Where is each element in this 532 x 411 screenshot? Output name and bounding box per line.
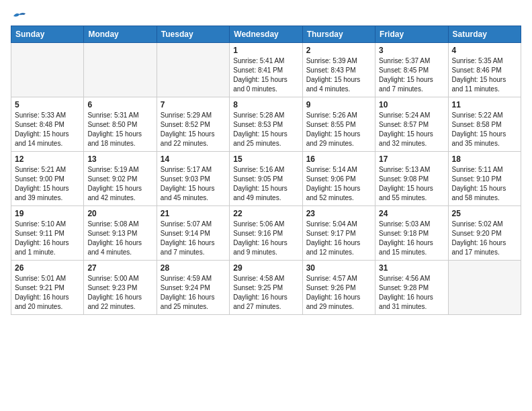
calendar-day: 31Sunrise: 4:56 AMSunset: 9:28 PMDayligh… — [375, 261, 448, 315]
weekday-header-wednesday: Wednesday — [230, 26, 302, 43]
calendar-day: 17Sunrise: 5:13 AMSunset: 9:08 PMDayligh… — [375, 152, 448, 206]
day-number: 16 — [306, 154, 371, 164]
day-info: Sunrise: 5:33 AMSunset: 8:48 PMDaylight:… — [15, 111, 80, 148]
day-number: 23 — [306, 209, 371, 218]
day-number: 29 — [233, 263, 298, 273]
day-number: 25 — [452, 209, 517, 218]
day-number: 17 — [379, 154, 444, 164]
day-number: 20 — [87, 209, 152, 218]
day-info: Sunrise: 5:22 AMSunset: 8:58 PMDaylight:… — [452, 111, 517, 148]
day-info: Sunrise: 5:19 AMSunset: 9:02 PMDaylight:… — [87, 165, 152, 203]
day-number: 30 — [306, 263, 371, 273]
calendar-day: 29Sunrise: 4:58 AMSunset: 9:25 PMDayligh… — [230, 261, 302, 315]
calendar-day: 2Sunrise: 5:39 AMSunset: 8:43 PMDaylight… — [302, 43, 375, 97]
day-number: 8 — [233, 100, 298, 109]
calendar-day: 18Sunrise: 5:11 AMSunset: 9:10 PMDayligh… — [448, 152, 521, 206]
day-number: 5 — [15, 100, 80, 109]
day-number: 15 — [233, 154, 298, 164]
day-info: Sunrise: 5:14 AMSunset: 9:06 PMDaylight:… — [306, 165, 371, 203]
day-number: 19 — [15, 209, 80, 218]
calendar-week-5: 26Sunrise: 5:01 AMSunset: 9:21 PMDayligh… — [11, 261, 521, 315]
calendar-day: 22Sunrise: 5:06 AMSunset: 9:16 PMDayligh… — [230, 206, 302, 261]
day-number: 10 — [379, 100, 444, 109]
day-info: Sunrise: 5:16 AMSunset: 9:05 PMDaylight:… — [233, 165, 298, 203]
day-number: 24 — [379, 209, 444, 218]
calendar-day: 24Sunrise: 5:03 AMSunset: 9:18 PMDayligh… — [375, 206, 448, 261]
day-info: Sunrise: 5:24 AMSunset: 8:57 PMDaylight:… — [379, 111, 444, 148]
weekday-header-saturday: Saturday — [448, 26, 521, 43]
calendar-day: 12Sunrise: 5:21 AMSunset: 9:00 PMDayligh… — [11, 152, 84, 206]
calendar-week-1: 1Sunrise: 5:41 AMSunset: 8:41 PMDaylight… — [11, 43, 521, 97]
day-number: 1 — [233, 46, 298, 55]
day-info: Sunrise: 5:21 AMSunset: 9:00 PMDaylight:… — [15, 165, 80, 203]
day-number: 3 — [379, 46, 444, 55]
day-info: Sunrise: 4:57 AMSunset: 9:26 PMDaylight:… — [306, 274, 371, 312]
day-info: Sunrise: 5:01 AMSunset: 9:21 PMDaylight:… — [15, 274, 80, 312]
calendar-day: 15Sunrise: 5:16 AMSunset: 9:05 PMDayligh… — [230, 152, 302, 206]
day-number: 9 — [306, 100, 371, 109]
day-info: Sunrise: 4:58 AMSunset: 9:25 PMDaylight:… — [233, 274, 298, 312]
calendar-day: 1Sunrise: 5:41 AMSunset: 8:41 PMDaylight… — [230, 43, 302, 97]
weekday-header-friday: Friday — [375, 26, 448, 43]
day-info: Sunrise: 5:02 AMSunset: 9:20 PMDaylight:… — [452, 220, 517, 257]
day-info: Sunrise: 5:13 AMSunset: 9:08 PMDaylight:… — [379, 165, 444, 203]
day-number: 28 — [161, 263, 226, 273]
calendar-day: 23Sunrise: 5:04 AMSunset: 9:17 PMDayligh… — [302, 206, 375, 261]
calendar-day: 7Sunrise: 5:29 AMSunset: 8:52 PMDaylight… — [157, 97, 229, 152]
calendar-table: SundayMondayTuesdayWednesdayThursdayFrid… — [11, 26, 521, 315]
calendar-day — [448, 261, 521, 315]
day-info: Sunrise: 5:10 AMSunset: 9:11 PMDaylight:… — [15, 220, 80, 257]
calendar-day — [11, 43, 84, 97]
day-info: Sunrise: 5:17 AMSunset: 9:03 PMDaylight:… — [161, 165, 226, 203]
day-number: 2 — [306, 46, 371, 55]
calendar-day: 8Sunrise: 5:28 AMSunset: 8:53 PMDaylight… — [230, 97, 302, 152]
calendar-day: 9Sunrise: 5:26 AMSunset: 8:55 PMDaylight… — [302, 97, 375, 152]
calendar-day: 14Sunrise: 5:17 AMSunset: 9:03 PMDayligh… — [157, 152, 229, 206]
calendar-day: 28Sunrise: 4:59 AMSunset: 9:24 PMDayligh… — [157, 261, 229, 315]
calendar-day: 10Sunrise: 5:24 AMSunset: 8:57 PMDayligh… — [375, 97, 448, 152]
day-info: Sunrise: 5:06 AMSunset: 9:16 PMDaylight:… — [233, 220, 298, 257]
day-info: Sunrise: 5:11 AMSunset: 9:10 PMDaylight:… — [452, 165, 517, 203]
calendar-day: 13Sunrise: 5:19 AMSunset: 9:02 PMDayligh… — [84, 152, 157, 206]
day-number: 21 — [161, 209, 226, 218]
calendar-day: 19Sunrise: 5:10 AMSunset: 9:11 PMDayligh… — [11, 206, 84, 261]
calendar-day: 11Sunrise: 5:22 AMSunset: 8:58 PMDayligh… — [448, 97, 521, 152]
day-info: Sunrise: 5:41 AMSunset: 8:41 PMDaylight:… — [233, 56, 298, 94]
day-info: Sunrise: 5:31 AMSunset: 8:50 PMDaylight:… — [87, 111, 152, 148]
calendar-day: 25Sunrise: 5:02 AMSunset: 9:20 PMDayligh… — [448, 206, 521, 261]
day-number: 7 — [161, 100, 226, 109]
calendar-day: 16Sunrise: 5:14 AMSunset: 9:06 PMDayligh… — [302, 152, 375, 206]
day-number: 12 — [15, 154, 80, 164]
calendar-day: 3Sunrise: 5:37 AMSunset: 8:45 PMDaylight… — [375, 43, 448, 97]
day-info: Sunrise: 5:04 AMSunset: 9:17 PMDaylight:… — [306, 220, 371, 257]
weekday-header-tuesday: Tuesday — [157, 26, 229, 43]
calendar-day: 26Sunrise: 5:01 AMSunset: 9:21 PMDayligh… — [11, 261, 84, 315]
day-number: 26 — [15, 263, 80, 273]
calendar-day — [84, 43, 157, 97]
day-number: 6 — [87, 100, 152, 109]
day-info: Sunrise: 5:28 AMSunset: 8:53 PMDaylight:… — [233, 111, 298, 148]
day-info: Sunrise: 5:26 AMSunset: 8:55 PMDaylight:… — [306, 111, 371, 148]
logo — [11, 11, 27, 19]
calendar-day: 30Sunrise: 4:57 AMSunset: 9:26 PMDayligh… — [302, 261, 375, 315]
calendar-week-4: 19Sunrise: 5:10 AMSunset: 9:11 PMDayligh… — [11, 206, 521, 261]
calendar-day: 6Sunrise: 5:31 AMSunset: 8:50 PMDaylight… — [84, 97, 157, 152]
day-number: 27 — [87, 263, 152, 273]
calendar-week-2: 5Sunrise: 5:33 AMSunset: 8:48 PMDaylight… — [11, 97, 521, 152]
day-info: Sunrise: 5:08 AMSunset: 9:13 PMDaylight:… — [87, 220, 152, 257]
logo-bird-icon — [12, 11, 27, 21]
calendar-day: 21Sunrise: 5:07 AMSunset: 9:14 PMDayligh… — [157, 206, 229, 261]
day-number: 31 — [379, 263, 444, 273]
day-number: 14 — [161, 154, 226, 164]
day-info: Sunrise: 5:07 AMSunset: 9:14 PMDaylight:… — [161, 220, 226, 257]
day-info: Sunrise: 5:37 AMSunset: 8:45 PMDaylight:… — [379, 56, 444, 94]
weekday-header-monday: Monday — [84, 26, 157, 43]
day-info: Sunrise: 5:29 AMSunset: 8:52 PMDaylight:… — [161, 111, 226, 148]
day-info: Sunrise: 4:56 AMSunset: 9:28 PMDaylight:… — [379, 274, 444, 312]
calendar-day — [157, 43, 229, 97]
page-header — [11, 11, 521, 19]
day-number: 4 — [452, 46, 517, 55]
weekday-header-sunday: Sunday — [11, 26, 84, 43]
day-number: 11 — [452, 100, 517, 109]
day-info: Sunrise: 5:03 AMSunset: 9:18 PMDaylight:… — [379, 220, 444, 257]
